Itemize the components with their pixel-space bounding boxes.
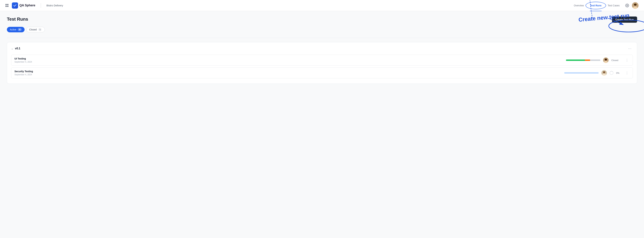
table-row[interactable]: Security Testing September 4, 2024 (11, 67, 633, 78)
filter-tabs: Active 4 Closed 1 (7, 27, 637, 32)
version-label: v0.1 (15, 47, 20, 50)
assignee-avatar (602, 70, 607, 76)
svg-point-1 (627, 5, 628, 6)
nav-test-runs[interactable]: Test Runs (587, 3, 604, 8)
version-left: ⌄ v0.1 (11, 47, 20, 50)
chevron-down-icon[interactable]: ⌄ (11, 47, 13, 50)
status-badge: Closed (611, 59, 622, 62)
header-right: Overview Test Runs Test Cases (571, 2, 638, 9)
logo-icon (12, 3, 18, 9)
apps-grid-icon[interactable] (6, 4, 8, 7)
test-run-name: UI Testing (14, 57, 566, 60)
test-run-right: 0% ⋮ (564, 70, 630, 76)
progress-bar (566, 60, 600, 61)
table-row[interactable]: UI Testing September 4, 2024 (11, 55, 633, 66)
app-header: QA Sphere Bistro Delivery Overview Test … (0, 0, 644, 11)
logo: QA Sphere (12, 3, 35, 9)
tab-active[interactable]: Active 4 (7, 27, 24, 32)
progress-bar (564, 72, 599, 74)
progress-spinner (610, 71, 614, 75)
test-run-date: September 4, 2024 (14, 73, 564, 76)
page-header: Test Runs Create Test Run Create new tes… (7, 17, 637, 23)
logo-text: QA Sphere (20, 4, 35, 7)
tab-active-badge: 4 (18, 28, 22, 31)
version-header: ⌄ v0.1 ⋯ (11, 46, 633, 51)
nav-overview[interactable]: Overview (571, 3, 586, 8)
test-run-info: UI Testing September 4, 2024 (14, 57, 566, 63)
header-divider (41, 3, 41, 8)
user-avatar-image (632, 2, 638, 9)
row-more-button[interactable]: ⋮ (624, 70, 630, 76)
test-run-right: Closed ⋮ (566, 58, 630, 63)
nav-test-cases[interactable]: Test Cases (605, 3, 622, 8)
main-nav: Overview Test Runs Test Cases (571, 3, 622, 8)
tab-active-label: Active (10, 28, 16, 31)
progress-green (566, 60, 585, 61)
progress-orange (585, 60, 590, 61)
tab-closed[interactable]: Closed 1 (26, 27, 45, 32)
project-name: Bistro Delivery (46, 4, 63, 7)
test-run-name: Security Testing (14, 70, 564, 73)
page-content: Test Runs Create Test Run Create new tes… (0, 11, 644, 89)
header-left: QA Sphere Bistro Delivery (6, 3, 63, 9)
tab-closed-badge: 1 (38, 28, 42, 31)
content-separator (7, 38, 637, 38)
create-test-run-button[interactable]: Create Test Run (612, 17, 637, 23)
test-run-date: September 4, 2024 (14, 61, 566, 63)
assignee-avatar (603, 58, 608, 63)
test-run-info: Security Testing September 4, 2024 (14, 70, 564, 76)
settings-button[interactable] (624, 2, 630, 9)
progress-percent: 0% (616, 72, 622, 74)
page-title: Test Runs (7, 17, 28, 22)
version-more-button[interactable]: ⋯ (627, 46, 633, 51)
version-group-v01: ⌄ v0.1 ⋯ UI Testing September 4, 2024 (7, 42, 637, 84)
progress-light (590, 60, 600, 61)
tab-closed-label: Closed (29, 28, 37, 31)
user-avatar[interactable] (632, 2, 638, 9)
create-btn-area: Create Test Run Create new test run (612, 17, 637, 23)
svg-point-16 (603, 71, 605, 73)
svg-point-5 (634, 4, 636, 5)
svg-point-12 (605, 59, 607, 60)
row-more-button[interactable]: ⋮ (624, 58, 630, 63)
progress-blue-light (564, 72, 599, 74)
